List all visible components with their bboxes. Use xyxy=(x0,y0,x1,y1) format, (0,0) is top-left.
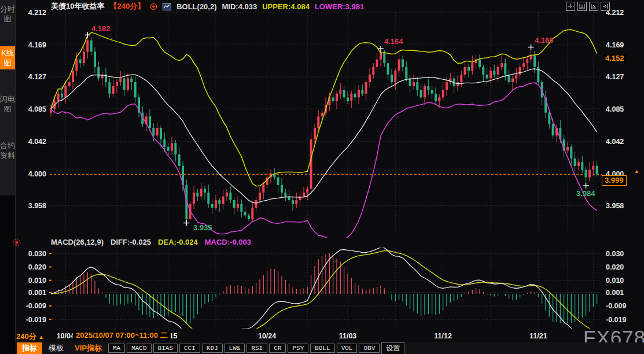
mini-chart-icon[interactable] xyxy=(163,3,171,10)
period-label: 【240分】 xyxy=(109,1,145,12)
boll-mid-value: MID:4.033 xyxy=(222,2,257,11)
svg-text:4.042: 4.042 xyxy=(28,138,46,146)
svg-text:10/04: 10/04 xyxy=(57,332,75,340)
candlestick-series xyxy=(50,35,598,223)
pan-crosshair-icon[interactable] xyxy=(566,2,575,11)
plus-circle-icon[interactable] xyxy=(150,3,157,10)
svg-text:0.030: 0.030 xyxy=(606,250,624,258)
toolbar-item-5[interactable]: MACD xyxy=(127,344,151,353)
toolbar-item-13[interactable]: BOLL xyxy=(310,344,334,353)
macd-panel xyxy=(51,247,597,342)
toolbar-item-1[interactable]: 指标 xyxy=(17,342,42,354)
svg-text:11/12: 11/12 xyxy=(434,332,452,340)
toolbar-item-8[interactable]: KDJ xyxy=(202,344,223,353)
svg-text:4.127: 4.127 xyxy=(606,73,624,81)
toolbar-item-4[interactable]: MA xyxy=(108,344,125,353)
macd-settings-icon[interactable] xyxy=(12,238,21,249)
svg-text:0.001: 0.001 xyxy=(28,289,46,297)
toolbar-item-9[interactable]: LW& xyxy=(225,344,245,353)
instrument-title: 美债10年收益率 xyxy=(51,1,104,12)
period-selector[interactable]: 240分 ▲ xyxy=(16,331,44,342)
macd-header: MACD(26,12,9) DIFF:-0.025 DEA:-0.024 MAC… xyxy=(51,238,251,246)
svg-text:-0.019: -0.019 xyxy=(606,316,626,324)
svg-text:0.001: 0.001 xyxy=(606,289,624,297)
svg-text:-0.009: -0.009 xyxy=(26,302,46,310)
svg-text:4.085: 4.085 xyxy=(28,105,46,113)
svg-text:4.169: 4.169 xyxy=(606,41,624,49)
last-price-tag: 3.999 xyxy=(602,175,627,186)
annotation-low-left: 3.935 xyxy=(193,223,212,232)
zoom-x-expand-icon[interactable] xyxy=(577,2,587,11)
macd-params-label: MACD(26,12,9) xyxy=(51,238,104,246)
indicator-toolbar: 指标模板VIP指标MAMACDBIASCCIKDJLW&RSICRPSYBOLL… xyxy=(15,342,644,354)
svg-text:4.042: 4.042 xyxy=(606,138,624,146)
svg-text:4.000: 4.000 xyxy=(28,170,46,178)
svg-text:0.010: 0.010 xyxy=(28,276,46,285)
chart-header: 美债10年收益率 【240分】 BOLL(20,2) MID:4.033 UPP… xyxy=(51,1,364,12)
svg-text:0.020: 0.020 xyxy=(606,263,624,271)
svg-text:4.169: 4.169 xyxy=(28,41,46,49)
toolbar-item-14[interactable]: VOL xyxy=(337,344,358,353)
svg-text:10/24: 10/24 xyxy=(258,332,276,340)
svg-text:-0.019: -0.019 xyxy=(26,316,46,324)
toolbar-item-7[interactable]: CCI xyxy=(179,344,200,353)
svg-text:4.127: 4.127 xyxy=(28,73,46,81)
toolbar-item-2[interactable]: 模板 xyxy=(44,342,68,354)
chart-tool-icons xyxy=(566,2,610,11)
toolbar-item-10[interactable]: RSI xyxy=(246,344,267,353)
settle-price-tag: 4.152 xyxy=(603,54,627,63)
boll-lower-value: LOWER:3.981 xyxy=(315,2,364,11)
svg-text:3.958: 3.958 xyxy=(606,202,624,210)
trading-app-window: 4.2124.2124.1694.1694.1274.1274.0854.085… xyxy=(0,0,644,354)
bollinger-bands xyxy=(51,30,597,240)
svg-text:4.085: 4.085 xyxy=(606,105,624,113)
svg-text:-0.009: -0.009 xyxy=(606,302,626,310)
boll-params-label: BOLL(20,2) xyxy=(176,2,216,11)
toolbar-item-16[interactable]: 设置 xyxy=(381,342,404,354)
svg-text:0.020: 0.020 xyxy=(28,263,46,271)
toolbar-item-3[interactable]: VIP指标 xyxy=(70,342,106,354)
annotation-high-right: 4.166 xyxy=(535,36,554,45)
period-up-arrow-icon: ▲ xyxy=(38,334,44,340)
svg-text:11/03: 11/03 xyxy=(339,332,357,340)
svg-text:3.958: 3.958 xyxy=(28,202,46,210)
toolbar-item-12[interactable]: PSY xyxy=(288,344,308,353)
macd-diff-value: DIFF:-0.025 xyxy=(111,238,151,246)
price-alert-marker-icon: ▲ xyxy=(634,168,639,174)
annotation-high-mid: 4.164 xyxy=(384,37,403,46)
macd-dea-value: DEA:-0.024 xyxy=(158,238,198,246)
toolbar-item-6[interactable]: BIAS xyxy=(153,344,178,353)
annotation-low-right: 3.984 xyxy=(576,189,595,198)
svg-text:4.212: 4.212 xyxy=(28,9,46,17)
zoom-x-compress-icon[interactable] xyxy=(589,2,598,11)
macd-macd-value: MACD:-0.003 xyxy=(205,238,251,246)
toolbar-item-11[interactable]: CR xyxy=(269,344,286,353)
svg-text:0.010: 0.010 xyxy=(606,276,624,285)
svg-text:11/21: 11/21 xyxy=(529,332,547,340)
svg-text:0.030: 0.030 xyxy=(28,250,46,258)
pan-right-icon[interactable] xyxy=(601,2,610,11)
annotation-high-left: 4.182 xyxy=(91,24,111,33)
toolbar-item-15[interactable]: OBV xyxy=(359,344,380,353)
chart-canvas[interactable]: 4.2124.2124.1694.1694.1274.1274.0854.085… xyxy=(0,0,644,354)
boll-upper-value: UPPER:4.084 xyxy=(262,2,310,11)
bar-datetime-tooltip: 2025/10/07 07:00~11:00 二 xyxy=(73,330,171,340)
